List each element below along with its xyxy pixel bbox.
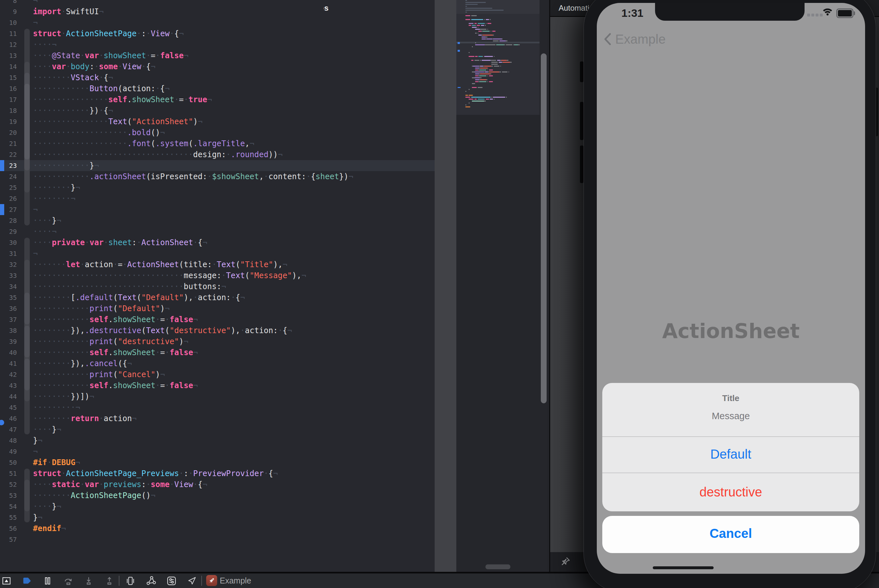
view-debugger-icon[interactable] [124, 573, 137, 588]
line-number[interactable]: 48 [0, 435, 17, 446]
code-line[interactable]: }¬ [33, 435, 42, 446]
line-number[interactable]: 26 [0, 193, 17, 204]
line-number[interactable]: 28 [0, 215, 17, 226]
line-number[interactable]: 36 [0, 303, 17, 314]
line-number[interactable]: 24 [0, 171, 17, 182]
line-number[interactable]: 53 [0, 490, 17, 501]
cancel-card[interactable]: Cancel [602, 516, 859, 553]
code-line[interactable]: ········})])¬ [33, 391, 94, 402]
pin-icon[interactable] [560, 556, 571, 567]
code-line[interactable]: ¬ [33, 17, 38, 28]
code-line[interactable]: ········return·action¬ [33, 413, 137, 424]
code-line[interactable]: ····static·var·previews:·some·View·{¬ [33, 479, 207, 490]
code-line[interactable]: ¬ [33, 0, 38, 6]
vertical-scrollbar[interactable] [541, 53, 547, 404]
breakpoints-toggle-icon[interactable] [21, 573, 32, 588]
code-line[interactable]: struct·ActionSheetPage_Previews·:·Previe… [33, 468, 278, 479]
line-number[interactable]: 55 [0, 512, 17, 523]
horizontal-scrollbar[interactable] [485, 564, 510, 569]
code-line[interactable]: ··································design… [33, 149, 282, 160]
line-number[interactable]: 14 [0, 61, 17, 72]
line-number[interactable]: 32 [0, 259, 17, 270]
line-number[interactable]: 13 [0, 50, 17, 61]
simulate-location-icon[interactable] [186, 573, 198, 588]
code-line[interactable]: ············Button(action:·{¬ [33, 83, 170, 94]
line-number[interactable]: 57 [0, 534, 17, 545]
code-line[interactable]: ····¬ [33, 39, 57, 50]
code-line[interactable]: ¬ [33, 204, 38, 215]
code-line[interactable]: ····}¬ [33, 424, 61, 435]
code-line[interactable]: import·SwiftUI¬ [33, 6, 104, 17]
default-button[interactable]: Default [602, 447, 859, 462]
back-button-label[interactable]: Example [615, 32, 666, 46]
line-number[interactable]: 44 [0, 391, 17, 402]
code-line[interactable]: ····}¬ [33, 215, 61, 226]
pause-icon[interactable] [42, 573, 53, 588]
code-line[interactable]: ········}),.cancel({¬ [33, 358, 132, 369]
destructive-button[interactable]: destructive [602, 485, 859, 500]
line-number[interactable]: 11 [0, 28, 17, 39]
line-number[interactable]: 29 [0, 226, 17, 237]
line-number[interactable]: 19 [0, 116, 17, 127]
line-number[interactable]: 12 [0, 39, 17, 50]
code-line[interactable]: ········}),.destructive(Text("destructiv… [33, 325, 292, 336]
line-number[interactable]: 43 [0, 380, 17, 391]
line-number[interactable]: 56 [0, 523, 17, 534]
source-editor[interactable]: 8910111213141516171819202122232425262728… [0, 0, 435, 572]
line-number[interactable]: 50 [0, 457, 17, 468]
code-line[interactable]: ········[.default(Text("Default"),·actio… [33, 292, 245, 303]
code-line[interactable]: ············print("Default")¬ [33, 303, 170, 314]
back-chevron-icon[interactable] [603, 33, 612, 46]
line-number[interactable]: 51 [0, 468, 17, 479]
line-number[interactable]: 35 [0, 292, 17, 303]
line-number[interactable]: 10 [0, 17, 17, 28]
line-number[interactable]: 33 [0, 270, 17, 281]
memory-graph-icon[interactable] [145, 573, 157, 588]
line-number[interactable]: 34 [0, 281, 17, 292]
code-line[interactable]: ····@State·var·showSheet·=·false¬ [33, 50, 188, 61]
code-line[interactable]: ································message:… [33, 270, 306, 281]
code-line[interactable]: ····················.bold()¬ [33, 127, 165, 138]
code-line[interactable]: }¬ [33, 512, 42, 523]
editor-only-icon[interactable] [1, 573, 12, 588]
line-number[interactable]: 47 [0, 424, 17, 435]
code-line[interactable]: ············self.showSheet·=·false¬ [33, 347, 198, 358]
step-over-icon[interactable] [62, 573, 74, 588]
code-line[interactable]: ········ActionSheetPage()¬ [33, 490, 155, 501]
environment-overrides-icon[interactable] [165, 573, 178, 588]
code-line[interactable]: ····var·body:·some·View·{¬ [33, 61, 155, 72]
line-number[interactable]: 21 [0, 138, 17, 149]
line-number[interactable]: 42 [0, 369, 17, 380]
line-number[interactable]: 31 [0, 248, 17, 259]
code-line[interactable]: ············self.showSheet·=·false¬ [33, 314, 198, 325]
line-number[interactable]: 22 [0, 149, 17, 160]
code-line[interactable]: ¬ [33, 446, 38, 457]
code-line[interactable]: ············print("destructive")¬ [33, 336, 188, 347]
code-line[interactable]: ················self.showSheet·=·true¬ [33, 94, 212, 105]
line-number[interactable]: 8 [0, 0, 17, 6]
line-number[interactable]: 40 [0, 347, 17, 358]
line-number[interactable]: 52 [0, 479, 17, 490]
code-line[interactable]: ········}¬ [33, 182, 80, 193]
step-into-icon[interactable] [83, 573, 95, 588]
app-rocket-icon[interactable] [206, 575, 217, 586]
line-number[interactable]: 17 [0, 94, 17, 105]
cancel-button[interactable]: Cancel [602, 526, 859, 541]
code-line[interactable]: #if·DEBUG¬ [33, 457, 80, 468]
code-line[interactable]: ····private·var·sheet:·ActionSheet·{¬ [33, 237, 207, 248]
code-line[interactable]: #endif¬ [33, 523, 66, 534]
code-line[interactable]: ········VStack·{¬ [33, 72, 113, 83]
line-number[interactable]: 25 [0, 182, 17, 193]
line-number[interactable]: 54 [0, 501, 17, 512]
iphone-screen[interactable]: 1:31 Example ActionSheet Title Message D… [597, 3, 865, 574]
line-number[interactable]: 20 [0, 127, 17, 138]
line-number[interactable]: 15 [0, 72, 17, 83]
line-number[interactable]: 18 [0, 105, 17, 116]
code-line[interactable]: ¬ [33, 248, 38, 259]
code-line[interactable]: ············})·{¬ [33, 105, 113, 116]
line-number[interactable]: 38 [0, 325, 17, 336]
line-number[interactable]: 30 [0, 237, 17, 248]
code-line[interactable]: struct·ActionSheetPage·:·View·{¬ [33, 28, 184, 39]
home-indicator[interactable] [653, 566, 714, 569]
code-line[interactable]: ········¬ [33, 193, 75, 204]
